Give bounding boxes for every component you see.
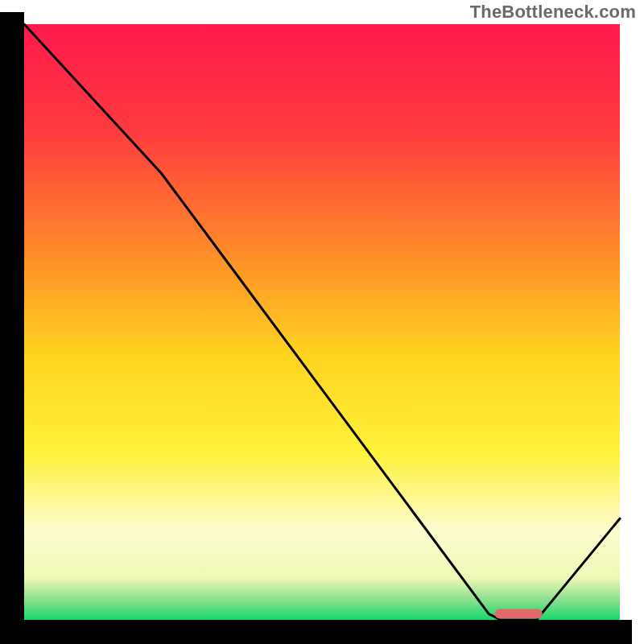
plot-background xyxy=(24,24,620,620)
bottleneck-chart xyxy=(0,0,644,644)
optimal-marker xyxy=(495,609,543,619)
watermark-label: TheBottleneck.com xyxy=(470,2,636,23)
chart-stage: TheBottleneck.com xyxy=(0,0,644,644)
